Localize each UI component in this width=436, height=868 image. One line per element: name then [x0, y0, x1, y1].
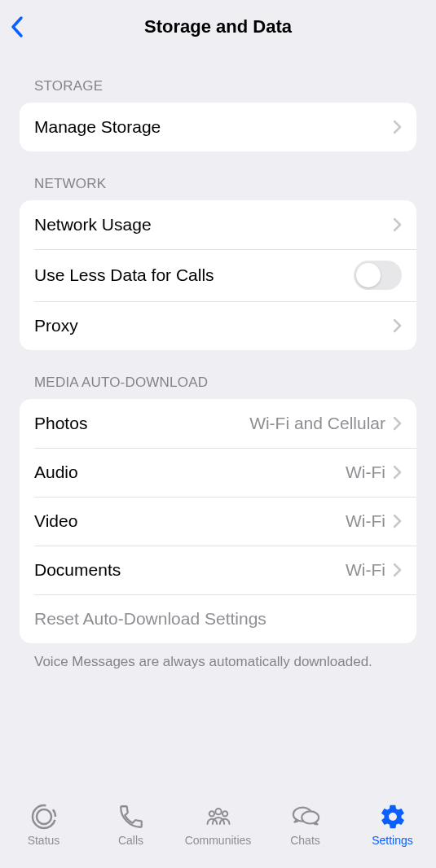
- svg-point-3: [209, 811, 214, 816]
- page-title: Storage and Data: [144, 16, 292, 37]
- tab-communities[interactable]: Communities: [174, 803, 262, 847]
- settings-icon: [378, 803, 407, 831]
- calls-icon: [117, 803, 146, 831]
- status-icon: [29, 803, 59, 831]
- row-label: Use Less Data for Calls: [34, 265, 354, 285]
- section-network-header: NETWORK: [0, 176, 436, 200]
- row-label: Network Usage: [34, 215, 394, 235]
- chevron-right-icon: [394, 120, 402, 134]
- row-audio[interactable]: Audio Wi-Fi: [20, 448, 416, 497]
- section-storage: STORAGE Manage Storage: [0, 78, 436, 151]
- row-label: Documents: [34, 560, 346, 580]
- tab-status[interactable]: Status: [0, 803, 87, 847]
- tab-label: Status: [28, 834, 60, 847]
- section-media-header: MEDIA AUTO-DOWNLOAD: [0, 375, 436, 399]
- row-photos[interactable]: Photos Wi-Fi and Cellular: [20, 399, 416, 448]
- section-media: MEDIA AUTO-DOWNLOAD Photos Wi-Fi and Cel…: [0, 375, 436, 672]
- section-storage-header: STORAGE: [0, 78, 436, 103]
- tab-calls[interactable]: Calls: [87, 803, 174, 847]
- group-media: Photos Wi-Fi and Cellular Audio Wi-Fi Vi…: [20, 399, 416, 643]
- navbar: Storage and Data: [0, 0, 436, 54]
- row-use-less-data: Use Less Data for Calls: [20, 249, 416, 301]
- section-media-footer: Voice Messages are always automatically …: [0, 643, 436, 672]
- row-label: Manage Storage: [34, 117, 394, 137]
- row-value: Wi-Fi: [346, 462, 385, 482]
- row-label: Reset Auto-Download Settings: [34, 609, 402, 629]
- chevron-right-icon: [394, 465, 402, 480]
- tab-label: Chats: [290, 834, 320, 847]
- row-network-usage[interactable]: Network Usage: [20, 200, 416, 249]
- use-less-data-toggle[interactable]: [354, 261, 402, 290]
- row-documents[interactable]: Documents Wi-Fi: [20, 546, 416, 594]
- svg-point-2: [215, 809, 221, 814]
- back-button[interactable]: [10, 15, 24, 38]
- row-value: Wi-Fi and Cellular: [249, 414, 385, 433]
- chats-icon: [291, 803, 320, 831]
- chevron-left-icon: [10, 15, 24, 38]
- tab-label: Communities: [185, 834, 252, 847]
- communities-icon: [204, 803, 233, 831]
- chevron-right-icon: [394, 318, 402, 333]
- row-value: Wi-Fi: [346, 511, 385, 531]
- section-network: NETWORK Network Usage Use Less Data for …: [0, 176, 436, 350]
- chevron-right-icon: [394, 563, 402, 577]
- tab-settings[interactable]: Settings: [349, 803, 436, 847]
- group-network: Network Usage Use Less Data for Calls Pr…: [20, 200, 416, 350]
- row-manage-storage[interactable]: Manage Storage: [20, 103, 416, 151]
- row-proxy[interactable]: Proxy: [20, 301, 416, 350]
- chevron-right-icon: [394, 217, 402, 232]
- row-label: Photos: [34, 414, 249, 433]
- tabbar: Status Calls Communities: [0, 795, 436, 868]
- row-label: Audio: [34, 462, 346, 482]
- chevron-right-icon: [394, 514, 402, 528]
- tab-chats[interactable]: Chats: [262, 803, 349, 847]
- svg-point-0: [37, 809, 51, 824]
- row-reset-auto-download[interactable]: Reset Auto-Download Settings: [20, 594, 416, 643]
- row-label: Video: [34, 511, 346, 531]
- row-video[interactable]: Video Wi-Fi: [20, 497, 416, 546]
- svg-point-4: [222, 811, 227, 816]
- tab-label: Settings: [372, 834, 413, 847]
- row-value: Wi-Fi: [346, 560, 385, 580]
- group-storage: Manage Storage: [20, 103, 416, 151]
- chevron-right-icon: [394, 416, 402, 431]
- row-label: Proxy: [34, 316, 394, 335]
- tab-label: Calls: [118, 834, 143, 847]
